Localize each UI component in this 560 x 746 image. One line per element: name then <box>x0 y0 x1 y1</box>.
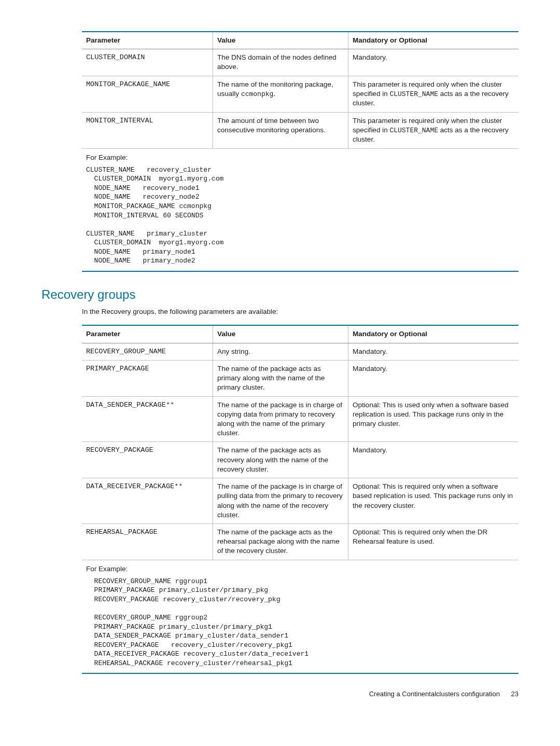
example-label: For Example: <box>82 149 519 164</box>
cluster-params-table: Parameter Value Mandatory or Optional CL… <box>82 31 519 272</box>
param-name: DATA_RECEIVER_PACKAGE** <box>82 478 213 524</box>
param-value: The name of the package is in charge of … <box>213 396 348 442</box>
table-row: DATA_SENDER_PACKAGE** The name of the pa… <box>82 396 519 442</box>
table-row: MONITOR_PACKAGE_NAME The name of the mon… <box>82 76 519 112</box>
param-value: The name of the package is in charge of … <box>213 478 348 524</box>
param-value: The name of the package acts as primary … <box>213 360 348 396</box>
param-name: CLUSTER_DOMAIN <box>82 49 213 76</box>
page-footer: Creating a Continentalclusters configura… <box>41 689 519 699</box>
table-row: RECOVERY_PACKAGE The name of the package… <box>82 442 519 478</box>
footer-text: Creating a Continentalclusters configura… <box>369 690 500 698</box>
section-title-recovery-groups: Recovery groups <box>41 286 519 303</box>
section-intro: In the Recovery groups, the following pa… <box>82 307 519 316</box>
table-row: PRIMARY_PACKAGE The name of the package … <box>82 360 519 396</box>
col-value: Value <box>213 32 348 49</box>
param-value: Any string. <box>213 343 348 360</box>
param-name: DATA_SENDER_PACKAGE** <box>82 396 213 442</box>
table-row: DATA_RECEIVER_PACKAGE** The name of the … <box>82 478 519 524</box>
param-name: PRIMARY_PACKAGE <box>82 360 213 396</box>
recovery-groups-table: Parameter Value Mandatory or Optional RE… <box>82 325 519 674</box>
table-row: REHEARSAL_PACKAGE The name of the packag… <box>82 523 519 560</box>
param-mandatory: Mandatory. <box>348 442 519 478</box>
param-mandatory: Mandatory. <box>348 49 519 76</box>
col-value: Value <box>213 325 348 343</box>
param-mandatory: Mandatory. <box>348 343 519 360</box>
param-mandatory: This parameter is required only when the… <box>348 76 519 112</box>
param-value: The name of the monitoring package, usua… <box>213 76 348 112</box>
param-value: The DNS domain of the nodes defined abov… <box>213 49 348 76</box>
col-parameter: Parameter <box>82 32 213 49</box>
example-label: For Example: <box>82 560 519 576</box>
example-code: RECOVERY_GROUP_NAME rggroup1 PRIMARY_PAC… <box>82 576 519 673</box>
param-mandatory: Optional: This is required only when the… <box>348 523 519 560</box>
param-value: The name of the package acts as the rehe… <box>213 523 348 560</box>
col-parameter: Parameter <box>82 325 213 343</box>
param-name: RECOVERY_GROUP_NAME <box>82 343 213 360</box>
param-name: RECOVERY_PACKAGE <box>82 442 213 478</box>
col-mandatory: Mandatory or Optional <box>348 32 519 49</box>
col-mandatory: Mandatory or Optional <box>348 325 519 343</box>
param-name: REHEARSAL_PACKAGE <box>82 523 213 560</box>
param-mandatory: This parameter is required only when the… <box>348 112 519 148</box>
param-name: MONITOR_PACKAGE_NAME <box>82 76 213 112</box>
example-row: For Example: CLUSTER_NAME recovery_clust… <box>82 148 519 271</box>
param-mandatory: Optional: This is required only when a s… <box>348 478 519 524</box>
table-row: RECOVERY_GROUP_NAME Any string. Mandator… <box>82 343 519 360</box>
param-value: The amount of time between two consecuti… <box>213 112 348 148</box>
param-mandatory: Mandatory. <box>348 360 519 396</box>
page-number: 23 <box>511 689 519 699</box>
param-mandatory: Optional: This is used only when a softw… <box>348 396 519 442</box>
example-code: CLUSTER_NAME recovery_cluster CLUSTER_DO… <box>82 164 519 271</box>
example-row: For Example: RECOVERY_GROUP_NAME rggroup… <box>82 560 519 673</box>
table-row: CLUSTER_DOMAIN The DNS domain of the nod… <box>82 49 519 76</box>
table-row: MONITOR_INTERVAL The amount of time betw… <box>82 112 519 148</box>
param-value: The name of the package acts as recovery… <box>213 442 348 478</box>
param-name: MONITOR_INTERVAL <box>82 112 213 148</box>
